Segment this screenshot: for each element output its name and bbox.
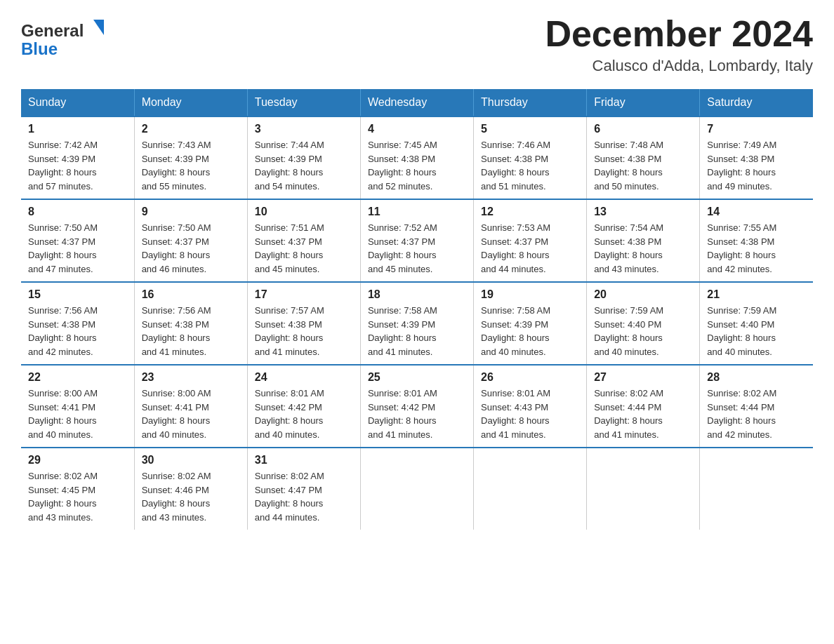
day-number: 1 — [28, 123, 127, 135]
day-info: Sunrise: 8:00 AM Sunset: 4:41 PM Dayligh… — [28, 387, 127, 441]
day-number: 14 — [707, 206, 806, 218]
day-number: 23 — [142, 371, 240, 384]
day-info: Sunrise: 8:02 AM Sunset: 4:45 PM Dayligh… — [28, 469, 127, 524]
table-row: 13 Sunrise: 7:54 AM Sunset: 4:38 PM Dayl… — [587, 199, 700, 282]
day-number: 8 — [28, 206, 127, 218]
table-row: 16 Sunrise: 7:56 AM Sunset: 4:38 PM Dayl… — [134, 282, 247, 365]
col-friday: Friday — [587, 89, 700, 116]
day-info: Sunrise: 7:59 AM Sunset: 4:40 PM Dayligh… — [707, 304, 806, 358]
day-number: 20 — [594, 288, 692, 301]
day-info: Sunrise: 8:01 AM Sunset: 4:42 PM Dayligh… — [368, 387, 466, 441]
day-info: Sunrise: 7:50 AM Sunset: 4:37 PM Dayligh… — [28, 221, 127, 276]
table-row — [587, 448, 700, 530]
table-row: 9 Sunrise: 7:50 AM Sunset: 4:37 PM Dayli… — [134, 199, 247, 282]
day-number: 29 — [28, 454, 127, 467]
day-number: 19 — [481, 288, 579, 301]
page-header: General Blue December 2024 Calusco d'Add… — [21, 14, 813, 75]
table-row: 18 Sunrise: 7:58 AM Sunset: 4:39 PM Dayl… — [360, 282, 473, 365]
day-number: 15 — [28, 288, 127, 301]
table-row: 8 Sunrise: 7:50 AM Sunset: 4:37 PM Dayli… — [21, 199, 134, 282]
table-row: 3 Sunrise: 7:44 AM Sunset: 4:39 PM Dayli… — [247, 116, 360, 199]
day-info: Sunrise: 7:51 AM Sunset: 4:37 PM Dayligh… — [255, 221, 353, 276]
col-wednesday: Wednesday — [360, 89, 473, 116]
svg-marker-1 — [93, 20, 104, 35]
col-monday: Monday — [134, 89, 247, 116]
day-info: Sunrise: 7:44 AM Sunset: 4:39 PM Dayligh… — [255, 138, 353, 193]
calendar-week-row-5: 29 Sunrise: 8:02 AM Sunset: 4:45 PM Dayl… — [21, 448, 813, 530]
table-row: 19 Sunrise: 7:58 AM Sunset: 4:39 PM Dayl… — [474, 282, 587, 365]
calendar-week-row-4: 22 Sunrise: 8:00 AM Sunset: 4:41 PM Dayl… — [21, 365, 813, 448]
calendar-header-row: Sunday Monday Tuesday Wednesday Thursday… — [21, 89, 813, 116]
day-number: 2 — [142, 123, 240, 135]
day-number: 21 — [707, 288, 806, 301]
table-row: 22 Sunrise: 8:00 AM Sunset: 4:41 PM Dayl… — [21, 365, 134, 448]
day-number: 7 — [707, 123, 806, 135]
day-info: Sunrise: 7:43 AM Sunset: 4:39 PM Dayligh… — [142, 138, 240, 193]
svg-text:General: General — [21, 21, 84, 40]
table-row: 4 Sunrise: 7:45 AM Sunset: 4:38 PM Dayli… — [360, 116, 473, 199]
col-saturday: Saturday — [700, 89, 813, 116]
day-number: 18 — [368, 288, 466, 301]
day-number: 31 — [255, 454, 353, 467]
day-info: Sunrise: 7:55 AM Sunset: 4:38 PM Dayligh… — [707, 221, 806, 276]
col-sunday: Sunday — [21, 89, 134, 116]
day-info: Sunrise: 7:48 AM Sunset: 4:38 PM Dayligh… — [594, 138, 692, 193]
table-row: 23 Sunrise: 8:00 AM Sunset: 4:41 PM Dayl… — [134, 365, 247, 448]
header-title-area: December 2024 Calusco d'Adda, Lombardy, … — [545, 14, 813, 75]
logo-image: General Blue — [21, 14, 112, 63]
day-info: Sunrise: 7:57 AM Sunset: 4:38 PM Dayligh… — [255, 304, 353, 358]
table-row: 21 Sunrise: 7:59 AM Sunset: 4:40 PM Dayl… — [700, 282, 813, 365]
table-row: 1 Sunrise: 7:42 AM Sunset: 4:39 PM Dayli… — [21, 116, 134, 199]
day-number: 5 — [481, 123, 579, 135]
day-info: Sunrise: 7:56 AM Sunset: 4:38 PM Dayligh… — [142, 304, 240, 358]
day-info: Sunrise: 8:02 AM Sunset: 4:47 PM Dayligh… — [255, 469, 353, 524]
table-row: 31 Sunrise: 8:02 AM Sunset: 4:47 PM Dayl… — [247, 448, 360, 530]
table-row — [360, 448, 473, 530]
col-tuesday: Tuesday — [247, 89, 360, 116]
day-number: 24 — [255, 371, 353, 384]
table-row: 11 Sunrise: 7:52 AM Sunset: 4:37 PM Dayl… — [360, 199, 473, 282]
day-info: Sunrise: 7:58 AM Sunset: 4:39 PM Dayligh… — [481, 304, 579, 358]
day-info: Sunrise: 7:45 AM Sunset: 4:38 PM Dayligh… — [368, 138, 466, 193]
day-info: Sunrise: 8:02 AM Sunset: 4:44 PM Dayligh… — [594, 387, 692, 441]
day-number: 12 — [481, 206, 579, 218]
calendar-table: Sunday Monday Tuesday Wednesday Thursday… — [21, 89, 813, 530]
day-number: 26 — [481, 371, 579, 384]
table-row: 5 Sunrise: 7:46 AM Sunset: 4:38 PM Dayli… — [474, 116, 587, 199]
table-row: 28 Sunrise: 8:02 AM Sunset: 4:44 PM Dayl… — [700, 365, 813, 448]
day-info: Sunrise: 8:01 AM Sunset: 4:43 PM Dayligh… — [481, 387, 579, 441]
table-row — [700, 448, 813, 530]
day-number: 3 — [255, 123, 353, 135]
location-subtitle: Calusco d'Adda, Lombardy, Italy — [545, 57, 813, 75]
day-info: Sunrise: 7:46 AM Sunset: 4:38 PM Dayligh… — [481, 138, 579, 193]
table-row: 17 Sunrise: 7:57 AM Sunset: 4:38 PM Dayl… — [247, 282, 360, 365]
table-row: 15 Sunrise: 7:56 AM Sunset: 4:38 PM Dayl… — [21, 282, 134, 365]
day-number: 25 — [368, 371, 466, 384]
table-row: 24 Sunrise: 8:01 AM Sunset: 4:42 PM Dayl… — [247, 365, 360, 448]
day-info: Sunrise: 7:53 AM Sunset: 4:37 PM Dayligh… — [481, 221, 579, 276]
table-row: 12 Sunrise: 7:53 AM Sunset: 4:37 PM Dayl… — [474, 199, 587, 282]
table-row: 26 Sunrise: 8:01 AM Sunset: 4:43 PM Dayl… — [474, 365, 587, 448]
table-row: 10 Sunrise: 7:51 AM Sunset: 4:37 PM Dayl… — [247, 199, 360, 282]
day-number: 4 — [368, 123, 466, 135]
table-row: 7 Sunrise: 7:49 AM Sunset: 4:38 PM Dayli… — [700, 116, 813, 199]
svg-text:Blue: Blue — [21, 39, 58, 58]
day-number: 9 — [142, 206, 240, 218]
table-row: 25 Sunrise: 8:01 AM Sunset: 4:42 PM Dayl… — [360, 365, 473, 448]
day-info: Sunrise: 7:54 AM Sunset: 4:38 PM Dayligh… — [594, 221, 692, 276]
table-row — [474, 448, 587, 530]
day-info: Sunrise: 7:42 AM Sunset: 4:39 PM Dayligh… — [28, 138, 127, 193]
month-year-title: December 2024 — [545, 14, 813, 54]
day-number: 27 — [594, 371, 692, 384]
calendar-week-row-2: 8 Sunrise: 7:50 AM Sunset: 4:37 PM Dayli… — [21, 199, 813, 282]
day-number: 16 — [142, 288, 240, 301]
day-info: Sunrise: 7:52 AM Sunset: 4:37 PM Dayligh… — [368, 221, 466, 276]
day-number: 10 — [255, 206, 353, 218]
table-row: 2 Sunrise: 7:43 AM Sunset: 4:39 PM Dayli… — [134, 116, 247, 199]
day-info: Sunrise: 7:59 AM Sunset: 4:40 PM Dayligh… — [594, 304, 692, 358]
day-info: Sunrise: 8:02 AM Sunset: 4:46 PM Dayligh… — [142, 469, 240, 524]
table-row: 30 Sunrise: 8:02 AM Sunset: 4:46 PM Dayl… — [134, 448, 247, 530]
day-number: 17 — [255, 288, 353, 301]
table-row: 29 Sunrise: 8:02 AM Sunset: 4:45 PM Dayl… — [21, 448, 134, 530]
day-info: Sunrise: 8:01 AM Sunset: 4:42 PM Dayligh… — [255, 387, 353, 441]
